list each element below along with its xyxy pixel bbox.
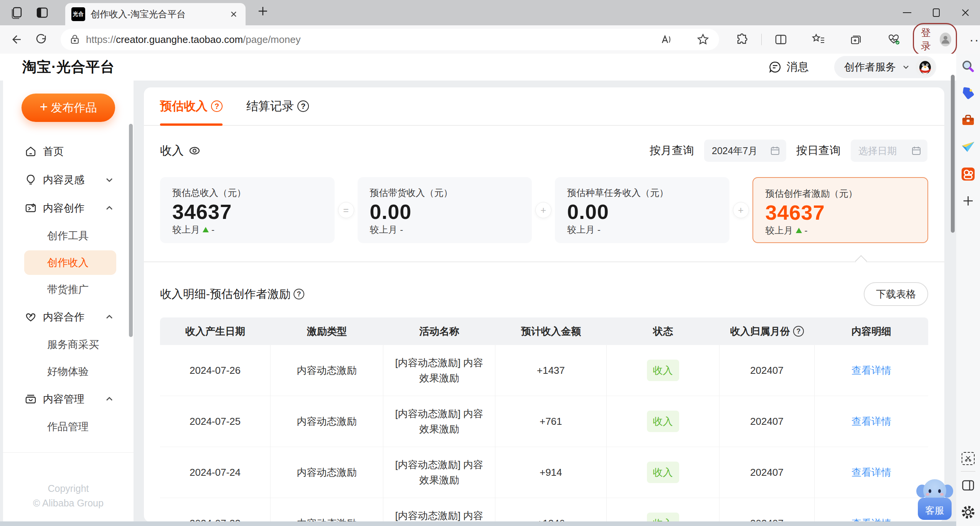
message-bubble-icon	[768, 60, 782, 74]
table-row: 2024-07-23 内容动态激励 [内容动态激励] 内容效果激励 +1346 …	[160, 498, 928, 522]
sidebar-item-inspiration[interactable]: 内容灵感	[3, 166, 134, 194]
sidebar-scrollbar[interactable]	[129, 124, 133, 337]
help-icon[interactable]: ?	[294, 289, 304, 299]
sidebar-item-management[interactable]: 内容管理	[3, 385, 134, 413]
login-label: 登录	[921, 26, 936, 53]
site-header: 淘宝·光合平台 消息 创作者服务	[0, 54, 956, 81]
sidebar-kuaishou-icon[interactable]	[960, 166, 976, 182]
plus-icon: +	[40, 100, 48, 114]
sidebar-add-icon[interactable]	[960, 193, 976, 209]
customer-service-button[interactable]: 客服	[918, 479, 952, 520]
profile-avatar-icon	[940, 33, 951, 46]
help-icon[interactable]: ?	[793, 326, 804, 337]
month-picker-input[interactable]: 2024年7月	[704, 140, 786, 162]
status-badge: 收入	[647, 513, 679, 522]
tab-estimated-income[interactable]: 预估收入 ?	[160, 87, 223, 125]
sidebar-item-creation[interactable]: 内容创作	[3, 194, 134, 222]
table-row: 2024-07-24 内容动态激励 [内容动态激励] 内容效果激励 +914 收…	[160, 447, 928, 498]
creator-service-menu[interactable]: 创作者服务	[834, 56, 936, 78]
tab-actions-icon[interactable]	[35, 6, 49, 20]
detail-header-row: 收入明细-预估创作者激励 ? 下载表格	[160, 282, 928, 306]
user-avatar[interactable]	[916, 58, 934, 76]
browser-tab[interactable]: 光合 创作收入-淘宝光合平台	[65, 3, 246, 25]
publish-work-button[interactable]: + 发布作品	[21, 94, 115, 122]
sidebar-shopping-icon[interactable]	[960, 86, 976, 101]
browser-menu-icon[interactable]: ···	[969, 36, 980, 43]
collections-icon[interactable]	[849, 33, 863, 46]
screenshot-icon[interactable]	[962, 452, 975, 465]
site-logo[interactable]: 淘宝·光合平台	[22, 58, 115, 77]
view-details-link[interactable]: 查看详情	[851, 414, 891, 429]
detail-section-title: 收入明细-预估创作者激励 ?	[160, 286, 304, 302]
read-aloud-icon[interactable]	[659, 33, 673, 46]
sidebar-nav: 首页 内容灵感 内容创作 创作工具 创作收入 带货推广 内容合作 服务商采买	[3, 131, 134, 452]
refresh-icon[interactable]	[35, 33, 48, 46]
settings-gear-icon[interactable]	[960, 505, 976, 520]
card-creator-incentive[interactable]: 预估创作者激励（元） 34637 较上月 -	[752, 177, 929, 243]
chevron-up-icon	[105, 313, 114, 321]
sidebar-item-cooperation[interactable]: 内容合作	[3, 303, 134, 331]
login-button[interactable]: 登录	[913, 23, 957, 56]
extensions-icon[interactable]	[735, 33, 749, 46]
table-row: 2024-07-25 内容动态激励 [内容动态激励] 内容效果激励 +761 收…	[160, 396, 928, 447]
close-button[interactable]	[951, 0, 980, 25]
browser-essentials-icon[interactable]	[887, 33, 901, 46]
sidebar-send-icon[interactable]	[960, 140, 976, 155]
sidebar-item-works-management[interactable]: 作品管理	[3, 413, 134, 440]
card-total-income[interactable]: 预估总收入（元） 34637 较上月 -	[160, 177, 335, 243]
favorite-star-icon[interactable]	[696, 33, 710, 46]
main-panel: 预估收入 ? 结算记录 ? 收入 按月查询 2024年7月 按日查询 选择日	[144, 87, 944, 522]
messages-entry[interactable]: 消息	[768, 59, 809, 75]
split-screen-icon[interactable]	[774, 33, 788, 46]
sidebar-item-creation-income[interactable]: 创作收入	[3, 249, 134, 276]
date-filters: 按月查询 2024年7月 按日查询 选择日期	[650, 140, 928, 162]
workspaces-icon[interactable]	[10, 6, 24, 20]
card-sales-income[interactable]: 预估带货收入（元） 0.00 较上月 -	[358, 177, 532, 243]
sidebar-item-home[interactable]: 首页	[3, 137, 134, 166]
url-text: https://creator.guanghe.taobao.com/page/…	[86, 34, 300, 46]
header-income-month: 收入归属月份 ?	[719, 325, 815, 338]
view-details-link[interactable]: 查看详情	[851, 465, 891, 480]
view-details-link[interactable]: 查看详情	[851, 363, 891, 378]
lock-icon[interactable]	[70, 34, 80, 45]
messages-label: 消息	[787, 59, 809, 75]
day-picker-placeholder: 选择日期	[858, 145, 897, 157]
status-badge: 收入	[647, 462, 679, 483]
edit-icon	[25, 202, 37, 214]
income-section-label: 收入	[160, 143, 201, 159]
chevron-up-icon	[105, 395, 114, 403]
by-day-label: 按日查询	[796, 143, 841, 158]
download-table-button[interactable]: 下载表格	[864, 282, 928, 306]
sidebar-footer: Copyright © Alibaba Group	[3, 452, 134, 526]
sidebar-toolbox-icon[interactable]	[960, 113, 976, 128]
minimize-button[interactable]	[893, 0, 922, 25]
eye-icon[interactable]	[188, 145, 201, 157]
home-icon	[25, 145, 37, 158]
help-icon[interactable]: ?	[297, 100, 309, 112]
tab-close-icon[interactable]	[228, 8, 239, 20]
creator-service-label: 创作者服务	[844, 60, 896, 74]
sidebar-search-icon[interactable]	[960, 59, 976, 74]
help-icon[interactable]: ?	[211, 100, 223, 112]
sidebar-item-service-purchase[interactable]: 服务商采买	[3, 331, 134, 358]
sidebar-item-promotion[interactable]: 带货推广	[3, 276, 134, 303]
sidebar-item-product-trial[interactable]: 好物体验	[3, 358, 134, 385]
favorites-list-icon[interactable]	[812, 33, 825, 46]
stat-cards-row: 预估总收入（元） 34637 较上月 - = 预估带货收入（元） 0.00 较上…	[160, 177, 928, 243]
income-toolbar: 收入 按月查询 2024年7月 按日查询 选择日期	[160, 140, 928, 162]
address-bar[interactable]: https://creator.guanghe.taobao.com/page/…	[61, 29, 719, 50]
page-scrollbar[interactable]	[951, 75, 955, 233]
back-icon[interactable]	[9, 33, 23, 46]
calendar-icon	[911, 146, 921, 156]
restore-button[interactable]	[922, 0, 951, 25]
sidebar-item-creation-tools[interactable]: 创作工具	[3, 222, 134, 249]
chevron-down-icon	[902, 63, 910, 71]
new-tab-button[interactable]	[256, 5, 269, 18]
tab-settlement-records[interactable]: 结算记录 ?	[246, 87, 309, 125]
day-picker-input[interactable]: 选择日期	[851, 140, 927, 162]
card-seeding-task-income[interactable]: 预估种草任务收入（元） 0.00 较上月 -	[555, 177, 729, 243]
horizontal-scrollbar[interactable]	[0, 521, 956, 526]
section-divider	[144, 261, 944, 262]
calendar-icon	[770, 146, 780, 156]
side-panel-icon[interactable]	[960, 478, 976, 493]
